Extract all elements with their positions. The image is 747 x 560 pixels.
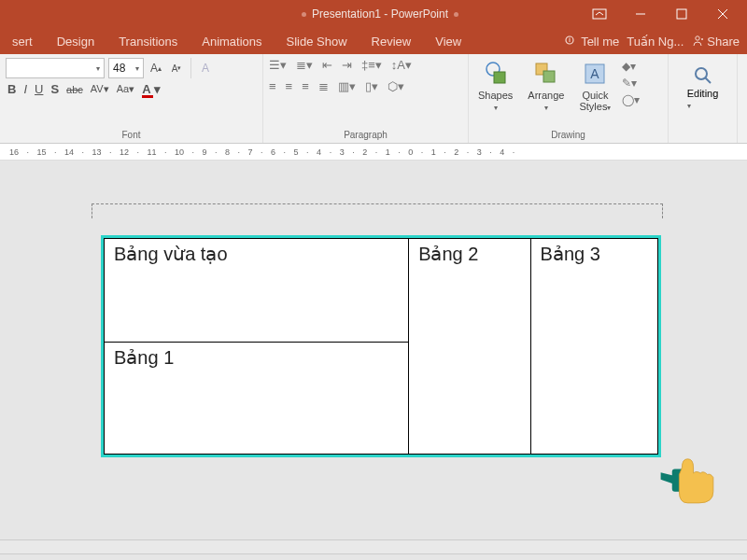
svg-point-7 [570, 37, 571, 38]
minimize-button[interactable] [620, 1, 661, 27]
columns-button[interactable]: ▥▾ [338, 79, 356, 93]
table-cell-r2c1[interactable]: Bảng 1 [105, 343, 409, 455]
table-cell-r1c1[interactable]: Bảng vừa tạo [105, 239, 409, 343]
tab-transitions[interactable]: Transitions [106, 28, 190, 54]
ribbon-options-button[interactable] [579, 1, 620, 27]
titlebar: Presentation1 - PowerPoint [0, 0, 747, 28]
font-group-label: Font [6, 130, 257, 142]
underline-button[interactable]: U [35, 82, 43, 96]
tab-insert[interactable]: sert [0, 28, 45, 54]
table-cell-r1c3[interactable]: Bảng 3 [530, 239, 657, 455]
drawing-group-label: Drawing [474, 130, 662, 142]
svg-text:A: A [591, 66, 600, 81]
svg-rect-10 [494, 72, 505, 83]
increase-indent-button[interactable]: ⇥ [342, 58, 352, 72]
shadow-button[interactable]: S [50, 82, 59, 96]
italic-button[interactable]: I [23, 82, 27, 96]
bullets-button[interactable]: ☰▾ [269, 58, 287, 72]
ribbon-group-editing: Editing▾ [669, 54, 738, 143]
ribbon-group-paragraph: ☰▾ ≣▾ ⇤ ⇥ ‡≡▾ ↕A▾ ≡ ≡ ≡ ≣ ▥▾ ▯▾ ⬡▾ Pa [263, 54, 469, 143]
table[interactable]: Bảng vừa tạo Bảng 2 Bảng 3 Bảng 1 [104, 238, 658, 455]
editing-button[interactable]: Editing▾ [674, 58, 731, 110]
quick-styles-button[interactable]: A QuickStyles▾ [575, 58, 614, 116]
svg-line-16 [705, 77, 711, 83]
window-title: Presentation1 - PowerPoint [181, 7, 579, 21]
text-direction-button[interactable]: ↕A▾ [391, 58, 412, 72]
clear-format-button[interactable]: A [197, 58, 214, 78]
smartart-button[interactable]: ⬡▾ [388, 79, 404, 93]
increase-font-button[interactable]: A▴ [148, 58, 164, 78]
bold-button[interactable]: B [7, 82, 16, 96]
align-center-button[interactable]: ≡ [286, 79, 293, 93]
user-name[interactable]: Tuấn Ng... [627, 35, 684, 49]
table-cell-r1c2[interactable]: Bảng 2 [409, 239, 530, 455]
tab-review[interactable]: Review [359, 28, 424, 54]
tab-animations[interactable]: Animations [190, 28, 274, 54]
font-size-combo[interactable]: 48▾ [108, 58, 144, 78]
tell-me-search[interactable]: Tell me [564, 35, 619, 49]
horizontal-ruler[interactable]: 16 · 15 · 14 · 13 · 12 · 11 · 10 · 9 · 8… [0, 144, 747, 161]
svg-rect-12 [543, 71, 555, 82]
decrease-indent-button[interactable]: ⇤ [322, 58, 332, 72]
ribbon-tabs: sert Design Transitions Animations Slide… [0, 28, 747, 54]
line-spacing-button[interactable]: ‡≡▾ [361, 58, 382, 72]
shape-effects-button[interactable]: ◯▾ [622, 93, 640, 106]
tab-slideshow[interactable]: Slide Show [275, 28, 359, 54]
numbering-button[interactable]: ≣▾ [296, 58, 313, 72]
share-button[interactable]: Share [691, 35, 740, 49]
shape-fill-button[interactable]: ◆▾ [622, 60, 640, 73]
font-color-button[interactable]: A ▾ [142, 82, 161, 96]
tab-view[interactable]: View [423, 28, 473, 54]
shapes-button[interactable]: Shapes▾ [474, 58, 516, 116]
change-case-button[interactable]: Aa▾ [117, 83, 134, 95]
slide-boundary [92, 203, 663, 218]
maximize-button[interactable] [661, 1, 702, 27]
ribbon: ▾ 48▾ A▴ A▾ A B I U S abc AV▾ Aa▾ A ▾ [0, 54, 747, 144]
char-spacing-button[interactable]: AV▾ [91, 83, 109, 95]
decrease-font-button[interactable]: A▾ [168, 58, 185, 78]
close-button[interactable] [702, 1, 743, 27]
arrange-button[interactable]: Arrange▾ [524, 58, 568, 116]
align-right-button[interactable]: ≡ [302, 79, 309, 93]
justify-button[interactable]: ≣ [318, 79, 329, 93]
shape-outline-button[interactable]: ✎▾ [622, 77, 640, 90]
svg-point-8 [696, 36, 699, 40]
tab-design[interactable]: Design [45, 28, 106, 54]
svg-rect-2 [677, 9, 686, 19]
pointing-hand-icon [654, 441, 725, 515]
svg-rect-0 [593, 9, 606, 19]
ribbon-group-font: ▾ 48▾ A▴ A▾ A B I U S abc AV▾ Aa▾ A ▾ [0, 54, 263, 143]
align-text-button[interactable]: ▯▾ [365, 79, 378, 93]
selected-table[interactable]: Bảng vừa tạo Bảng 2 Bảng 3 Bảng 1 [101, 235, 661, 457]
horizontal-scrollbar[interactable] [0, 539, 747, 554]
strike-button[interactable]: abc [66, 84, 83, 95]
font-name-combo[interactable]: ▾ [6, 58, 105, 78]
paragraph-group-label: Paragraph [269, 130, 462, 142]
ribbon-group-drawing: Shapes▾ Arrange▾ A QuickStyles▾ ◆▾ ✎▾ ◯▾… [469, 54, 669, 143]
align-left-button[interactable]: ≡ [269, 79, 276, 93]
slide-canvas[interactable]: Bảng vừa tạo Bảng 2 Bảng 3 Bảng 1 [0, 161, 747, 560]
